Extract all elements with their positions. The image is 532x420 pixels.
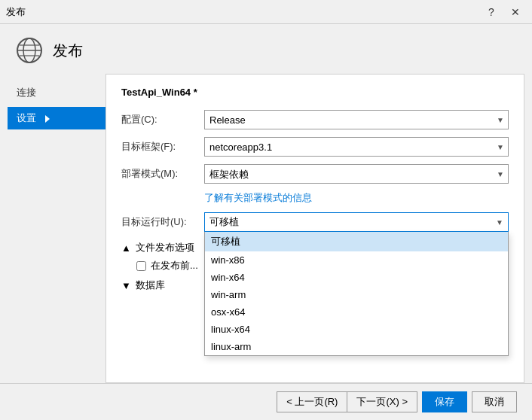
close-button[interactable]: ✕ [505,3,526,21]
runtime-option-linuxx64[interactable]: linux-x64 [205,321,508,338]
panel-title: TestApi_Win64 * [121,87,509,98]
runtime-arrow-icon: ▼ [496,218,503,227]
runtime-option-winx86[interactable]: win-x86 [205,251,508,269]
runtime-option-linuxarm[interactable]: linux-arm [205,338,508,355]
runtime-dropdown: 可移植 win-x86 win-x64 win-arm osx-x64 linu… [204,232,509,356]
runtime-option-winarm[interactable]: win-arm [205,286,508,303]
next-button[interactable]: 下一页(X) > [347,391,417,412]
config-select[interactable]: Release Debug [204,110,509,129]
database-arrow-icon: ▼ [121,280,131,291]
dialog-header: 发布 [0,24,532,74]
sidebar-item-settings[interactable]: 设置 [8,107,105,129]
publish-checkbox[interactable] [136,261,146,271]
cancel-button[interactable]: 取消 [472,391,517,412]
title-bar-title: 发布 [6,5,26,19]
deploy-select-wrapper: 框架依赖 独立 ▼ [204,164,509,184]
database-label: 数据库 [136,278,165,292]
deploy-info-link[interactable]: 了解有关部署模式的信息 [204,191,509,205]
runtime-option-winx64[interactable]: win-x64 [205,269,508,286]
footer: < 上一页(R) 下一页(X) > 保存 取消 [0,383,532,420]
globe-icon [15,36,44,65]
nav-buttons: < 上一页(R) 下一页(X) > [277,391,417,412]
title-bar: 发布 ? ✕ [0,0,532,24]
deploy-row: 部署模式(M): 框架依赖 独立 ▼ [121,164,509,184]
title-bar-icons: ? ✕ [481,3,526,21]
sidebar-arrow-icon [45,115,50,123]
file-publish-arrow-icon: ▲ [121,242,131,254]
deploy-label: 部署模式(M): [121,167,204,181]
dialog-title: 发布 [53,41,83,61]
config-select-wrapper: Release Debug ▼ [204,110,509,129]
sidebar-item-connect[interactable]: 连接 [8,81,105,104]
runtime-label: 目标运行时(U): [121,212,204,229]
save-button[interactable]: 保存 [422,391,467,412]
settings-panel: TestApi_Win64 * 配置(C): Release Debug ▼ 目… [105,74,524,383]
content-area: 连接 设置 TestApi_Win64 * 配置(C): Release Deb… [0,74,532,383]
deploy-select[interactable]: 框架依赖 独立 [204,164,509,184]
dialog-body: 发布 连接 设置 TestApi_Win64 * 配置(C): Release [0,24,532,420]
runtime-option-portable[interactable]: 可移植 [205,232,508,251]
runtime-value: 可移植 [209,215,239,229]
config-row: 配置(C): Release Debug ▼ [121,110,509,129]
framework-label: 目标框架(F): [121,140,204,154]
framework-row: 目标框架(F): netcoreapp3.1 net5.0 ▼ [121,137,509,157]
runtime-row: 目标运行时(U): 可移植 ▼ 可移植 win-x86 win-x64 win-… [121,212,509,232]
runtime-control: 可移植 ▼ 可移植 win-x86 win-x64 win-arm osx-x6… [204,212,509,232]
framework-select-wrapper: netcoreapp3.1 net5.0 ▼ [204,137,509,157]
checkbox-label: 在发布前... [151,259,198,272]
runtime-display[interactable]: 可移植 ▼ [204,212,509,232]
title-bar-left: 发布 [6,5,26,19]
file-publish-label: 文件发布选项 [136,241,194,254]
runtime-option-osxx64[interactable]: osx-x64 [205,303,508,321]
config-label: 配置(C): [121,113,204,126]
framework-select[interactable]: netcoreapp3.1 net5.0 [204,137,509,157]
sidebar: 连接 设置 [8,74,105,383]
prev-button[interactable]: < 上一页(R) [277,391,347,412]
help-button[interactable]: ? [481,3,502,21]
